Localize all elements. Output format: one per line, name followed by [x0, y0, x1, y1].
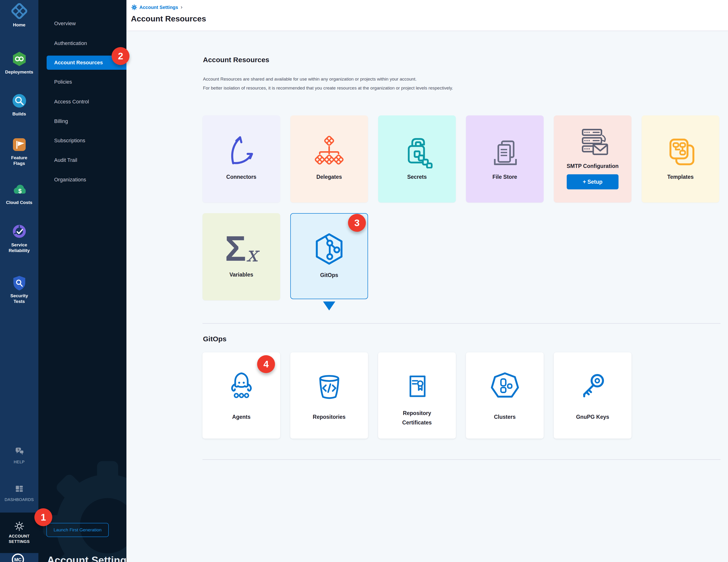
breadcrumb-chevron: › [181, 4, 182, 10]
sidebar-item-billing[interactable]: Billing [54, 118, 68, 125]
rail-label: ACCOUNT SETTINGS [6, 534, 32, 545]
settings-gear-icon [131, 4, 137, 10]
settings-sidebar: Overview Authentication Account Resource… [38, 0, 126, 562]
rail-item-account-settings[interactable]: ACCOUNT SETTINGS [0, 520, 38, 545]
delegates-icon [311, 133, 347, 168]
main-content: Account Resources Account Resources are … [126, 32, 728, 562]
card-delegates[interactable]: Delegates [290, 115, 368, 202]
rail-label: Home [0, 22, 38, 28]
rail-item-feature-flags[interactable]: Feature Flags [0, 136, 38, 166]
card-label: Repository Certificates [391, 409, 443, 427]
card-variables[interactable]: Σ x Variables [202, 213, 280, 300]
card-label: Repositories [290, 413, 368, 421]
card-label: GnuPG Keys [554, 413, 631, 421]
clusters-icon [488, 369, 522, 404]
rail-label: Cloud Costs [5, 200, 33, 205]
sidebar-item-authentication[interactable]: Authentication [54, 40, 87, 47]
sigma-glyph: Σ [225, 231, 246, 266]
section-divider [202, 323, 720, 324]
repositories-bucket-icon [312, 369, 346, 404]
sidebar-item-policies[interactable]: Policies [54, 78, 72, 85]
deployments-icon [11, 50, 28, 67]
rail-label: HELP [0, 460, 38, 465]
x-glyph: x [246, 244, 258, 265]
builds-icon [11, 92, 28, 109]
smtp-servers-icon [575, 124, 610, 159]
card-label: GitOps [291, 271, 368, 278]
card-connectors[interactable]: Connectors [202, 115, 280, 202]
card-gnupg-keys[interactable]: GnuPG Keys [554, 352, 631, 439]
sidebar-item-subscriptions[interactable]: Subscriptions [54, 137, 85, 144]
selected-card-pointer-icon [323, 302, 335, 311]
card-label: Agents [202, 413, 280, 421]
card-label: Variables [202, 271, 280, 278]
dashboards-icon [13, 483, 26, 496]
card-secrets[interactable]: Secrets [378, 115, 456, 202]
rail-label: Deployments [0, 69, 38, 75]
rail-item-home[interactable]: Home [0, 2, 38, 28]
gitops-section-title: GitOps [203, 335, 226, 343]
repository-certificates-icon [400, 370, 433, 403]
card-label: Connectors [202, 173, 280, 180]
rail-item-service-reliability[interactable]: Service Reliability [0, 223, 38, 253]
card-label: Clusters [466, 413, 544, 421]
sidebar-item-audit-trail[interactable]: Audit Trail [54, 157, 77, 164]
card-label: SMTP Configuration [554, 162, 631, 169]
card-repositories[interactable]: Repositories [290, 352, 368, 439]
section-description-line1: Account Resources are shared and availab… [203, 75, 417, 84]
rail-item-deployments[interactable]: Deployments [0, 50, 38, 75]
card-file-store[interactable]: File Store [466, 115, 544, 202]
sidebar-item-organizations[interactable]: Organizations [54, 176, 86, 183]
file-store-icon [487, 133, 522, 168]
page-title: Account Resources [131, 14, 206, 23]
svg-text:$: $ [18, 188, 21, 194]
variables-sigma-icon: Σ x [225, 231, 258, 266]
gear-icon [13, 520, 25, 532]
rail-label: Feature Flags [5, 155, 33, 166]
connectors-icon [222, 132, 260, 169]
user-avatar[interactable]: MC [12, 554, 24, 562]
agents-squid-icon [224, 369, 259, 404]
secrets-lock-icon [399, 133, 435, 168]
breadcrumb[interactable]: Account Settings › [131, 4, 182, 10]
card-label: Secrets [378, 173, 456, 180]
sidebar-item-overview[interactable]: Overview [54, 20, 76, 27]
gnupg-key-icon [576, 369, 610, 404]
rail-label: Builds [0, 111, 38, 117]
card-label: File Store [466, 173, 544, 180]
app-window: Home Deployments Builds Fe [0, 0, 728, 562]
annotation-badge-1: 1 [34, 508, 52, 526]
breadcrumb-account-settings-link[interactable]: Account Settings [139, 5, 178, 10]
card-templates[interactable]: Templates [642, 115, 719, 202]
sidebar-item-access-control[interactable]: Access Control [54, 98, 89, 105]
rail-item-help[interactable]: ? HELP [0, 445, 38, 465]
rail-label: Service Reliability [5, 242, 33, 253]
svg-text:?: ? [17, 448, 19, 452]
annotation-badge-4: 4 [257, 355, 275, 373]
section-description-line2: For better isolation of resources, it is… [203, 84, 453, 93]
security-tests-icon [11, 274, 28, 291]
rail-item-builds[interactable]: Builds [0, 92, 38, 117]
help-icon: ? [13, 445, 26, 458]
card-label: Templates [642, 173, 719, 180]
card-clusters[interactable]: Clusters [466, 352, 544, 439]
service-reliability-icon [11, 223, 28, 240]
smtp-setup-button[interactable]: + Setup [567, 174, 619, 189]
rail-label: Security Tests [5, 293, 33, 304]
rail-item-dashboards[interactable]: DASHBOARDS [0, 483, 38, 502]
cloud-costs-icon: $ [11, 181, 28, 198]
annotation-badge-3: 3 [348, 214, 366, 232]
card-repository-certificates[interactable]: Repository Certificates [378, 352, 456, 439]
launch-first-generation-button[interactable]: Launch First Generation [46, 523, 109, 537]
rail-item-cloud-costs[interactable]: $ Cloud Costs [0, 181, 38, 205]
rail-label: DASHBOARDS [0, 498, 38, 502]
section-divider [202, 459, 720, 460]
rail-item-security-tests[interactable]: Security Tests [0, 274, 38, 304]
card-smtp-configuration[interactable]: SMTP Configuration + Setup [554, 115, 631, 202]
annotation-badge-2: 2 [112, 47, 129, 65]
sidebar-panel-title: Account Settings [47, 554, 126, 562]
section-title: Account Resources [203, 56, 269, 64]
templates-icon [663, 133, 698, 168]
feature-flags-icon [11, 136, 28, 153]
sidebar-item-account-resources[interactable]: Account Resources [54, 59, 103, 66]
